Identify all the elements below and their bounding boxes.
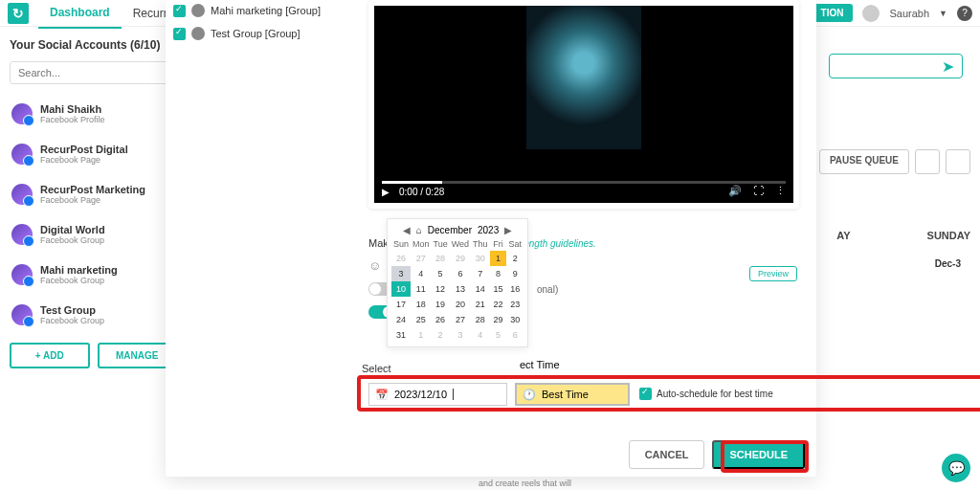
hint-text: and create reels that will bbox=[479, 479, 571, 488]
calendar-day[interactable]: 28 bbox=[471, 312, 490, 327]
volume-icon[interactable]: 🔊 bbox=[728, 185, 742, 197]
video-thumbnail bbox=[526, 6, 641, 149]
calendar-day[interactable]: 6 bbox=[506, 327, 523, 343]
calendar-day[interactable]: 19 bbox=[432, 297, 450, 312]
calendar-day[interactable]: 14 bbox=[471, 281, 490, 297]
calendar-icon: 📅 bbox=[375, 389, 389, 401]
select-date-label: Select bbox=[362, 363, 391, 374]
calendar-day[interactable]: 13 bbox=[450, 281, 471, 297]
day-header: SUNDAY bbox=[927, 230, 970, 241]
calendar-day[interactable]: 7 bbox=[471, 266, 490, 281]
calendar-day[interactable]: 26 bbox=[391, 251, 411, 266]
calendar-day[interactable]: 27 bbox=[450, 312, 471, 327]
sidebar-title: Your Social Accounts (6/10) bbox=[10, 38, 177, 52]
calendar-day[interactable]: 4 bbox=[471, 327, 490, 343]
video-time: 0:00 / 0:28 bbox=[399, 187, 444, 197]
prev-month-icon[interactable]: ◀ bbox=[403, 225, 411, 235]
search-input[interactable] bbox=[10, 61, 177, 84]
calendar-day[interactable]: 4 bbox=[411, 266, 432, 281]
calendar-day[interactable]: 26 bbox=[432, 312, 450, 327]
calendar-day[interactable]: 1 bbox=[490, 251, 507, 266]
account-item[interactable]: Test GroupFacebook Group bbox=[10, 299, 177, 331]
select-time-label: ect Time bbox=[520, 359, 560, 370]
calendar-day[interactable]: 3 bbox=[391, 266, 411, 281]
user-avatar[interactable] bbox=[862, 5, 880, 22]
calendar-day[interactable]: 24 bbox=[391, 312, 411, 327]
next-month-icon[interactable]: ▶ bbox=[504, 225, 512, 235]
calendar-day[interactable]: 31 bbox=[391, 327, 411, 343]
calendar-day[interactable]: 30 bbox=[471, 251, 490, 266]
calendar-day[interactable]: 28 bbox=[432, 251, 450, 266]
account-item[interactable]: Mahi ShaikhFacebook Profile bbox=[10, 98, 177, 130]
play-icon[interactable]: ▶ bbox=[382, 187, 390, 197]
group-checkbox-item[interactable]: Mahi marketing [Group] bbox=[173, 4, 321, 17]
calendar-day[interactable]: 21 bbox=[471, 297, 490, 312]
account-item[interactable]: RecurPost MarketingFacebook Page bbox=[10, 178, 177, 211]
calendar-day[interactable]: 15 bbox=[490, 281, 507, 297]
group-checkbox-item[interactable]: Test Group [Group] bbox=[173, 27, 321, 40]
chat-fab[interactable]: 💬 bbox=[942, 454, 970, 482]
calendar-day[interactable]: 16 bbox=[506, 281, 523, 297]
tab-dashboard[interactable]: Dashboard bbox=[38, 0, 122, 29]
calendar-day[interactable]: 2 bbox=[432, 327, 450, 343]
calendar-day[interactable]: 10 bbox=[391, 281, 411, 297]
calendar-day[interactable]: 20 bbox=[450, 297, 471, 312]
more-icon[interactable]: ⋮ bbox=[775, 185, 786, 197]
auto-schedule-checkbox[interactable] bbox=[639, 388, 652, 400]
calendar-day[interactable]: 1 bbox=[411, 327, 432, 343]
guidelines-link[interactable]: length guidelines. bbox=[522, 238, 596, 249]
calendar-day[interactable]: 6 bbox=[450, 266, 471, 281]
calendar-day[interactable]: 23 bbox=[506, 297, 523, 312]
share-icon[interactable] bbox=[915, 149, 940, 174]
calendar-day[interactable]: 5 bbox=[490, 327, 507, 343]
calendar-year: 2023 bbox=[478, 225, 499, 235]
checkbox-icon[interactable] bbox=[173, 5, 186, 17]
calendar-month: December bbox=[428, 225, 472, 235]
calendar-day[interactable]: 27 bbox=[411, 251, 432, 266]
calendar-day[interactable]: 11 bbox=[411, 281, 432, 297]
calendar-day[interactable]: 30 bbox=[506, 312, 523, 327]
calendar-day[interactable]: 17 bbox=[391, 297, 411, 312]
schedule-modal: Mahi marketing [Group] Test Group [Group… bbox=[166, 0, 816, 477]
app-logo[interactable]: ↻ bbox=[8, 3, 29, 24]
fullscreen-icon[interactable]: ⛶ bbox=[753, 185, 764, 197]
schedule-button[interactable]: SCHEDULE bbox=[712, 440, 805, 469]
calendar-day[interactable]: 2 bbox=[506, 251, 523, 266]
day-header: AY bbox=[836, 230, 850, 241]
cancel-button[interactable]: CANCEL bbox=[629, 440, 705, 469]
calendar-day[interactable]: 12 bbox=[432, 281, 450, 297]
account-item[interactable]: Digital WorldFacebook Group bbox=[10, 218, 177, 251]
video-preview[interactable]: ▶ 0:00 / 0:28 🔊 ⛶ ⋮ bbox=[368, 0, 799, 209]
date-input[interactable]: 📅 2023/12/10 bbox=[368, 383, 507, 406]
home-icon[interactable]: ⌂ bbox=[416, 225, 422, 235]
calendar-date: Dec-3 bbox=[935, 258, 961, 269]
add-account-button[interactable]: + ADD bbox=[10, 343, 90, 368]
calendar-day[interactable]: 29 bbox=[450, 251, 471, 266]
preview-button[interactable]: Preview bbox=[749, 266, 797, 281]
auto-schedule-label: Auto-schedule for best time bbox=[657, 389, 773, 399]
account-item[interactable]: Mahi marketingFacebook Group bbox=[10, 258, 177, 291]
calendar-day[interactable]: 3 bbox=[450, 327, 471, 343]
calendar-day[interactable]: 5 bbox=[432, 266, 450, 281]
calendar-day[interactable]: 18 bbox=[411, 297, 432, 312]
time-input[interactable]: 🕐 Best Time bbox=[515, 383, 630, 406]
calendar-day[interactable]: 8 bbox=[490, 266, 507, 281]
emoji-icon[interactable]: ☺ bbox=[368, 258, 381, 273]
calendar-day[interactable]: 22 bbox=[490, 297, 507, 312]
list-icon[interactable] bbox=[946, 149, 970, 174]
pause-queue-button[interactable]: PAUSE QUEUE bbox=[819, 149, 909, 174]
calendar-day[interactable]: 29 bbox=[490, 312, 507, 327]
calendar-day[interactable]: 9 bbox=[506, 266, 523, 281]
send-box[interactable]: ➤ bbox=[829, 54, 963, 78]
date-picker-calendar[interactable]: ◀ ⌂ December 2023 ▶ SunMonTueWedThuFriSa… bbox=[387, 218, 528, 347]
help-icon[interactable]: ? bbox=[957, 6, 972, 21]
account-item[interactable]: RecurPost DigitalFacebook Page bbox=[10, 138, 177, 170]
calendar-day[interactable]: 25 bbox=[411, 312, 432, 327]
nav-action-button[interactable]: TION bbox=[812, 4, 854, 22]
checkbox-icon[interactable] bbox=[173, 28, 186, 40]
clock-icon: 🕐 bbox=[523, 389, 536, 401]
user-name: Saurabh bbox=[889, 8, 929, 19]
